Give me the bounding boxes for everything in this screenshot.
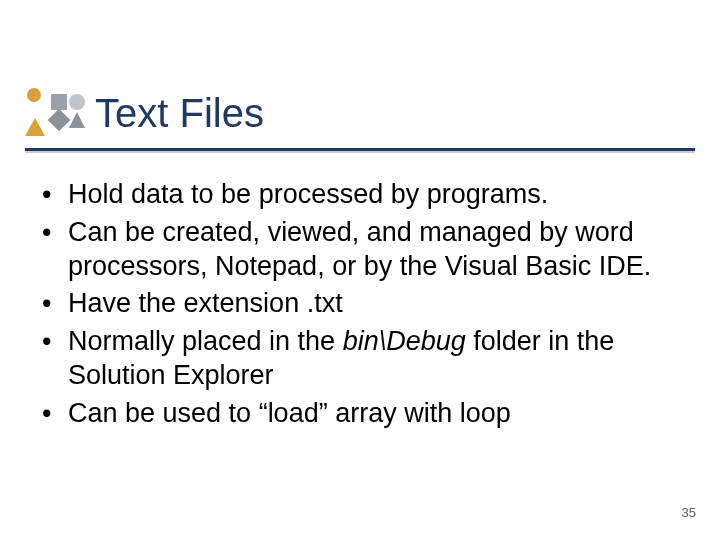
slide-title: Text Files [95,92,264,138]
bullet-text: Can be created, viewed, and managed by w… [68,217,651,281]
slide-logo-icon [25,88,85,138]
bullet-text: Hold data to be processed by programs. [68,179,548,209]
list-item: Hold data to be processed by programs. [38,178,682,212]
bullet-list: Hold data to be processed by programs. C… [38,178,682,430]
title-rule [25,148,695,153]
bullet-text: Can be used to “load” array with loop [68,398,511,428]
slide: Text Files Hold data to be processed by … [0,0,720,540]
list-item: Can be used to “load” array with loop [38,397,682,431]
list-item: Have the extension .txt [38,287,682,321]
page-number: 35 [682,505,696,520]
list-item: Normally placed in the bin\Debug folder … [38,325,682,393]
header: Text Files [25,88,695,138]
slide-body: Hold data to be processed by programs. C… [38,178,682,434]
bullet-text-em: bin\Debug [343,326,466,356]
list-item: Can be created, viewed, and managed by w… [38,216,682,284]
bullet-text-pre: Normally placed in the [68,326,343,356]
bullet-text: Have the extension .txt [68,288,343,318]
